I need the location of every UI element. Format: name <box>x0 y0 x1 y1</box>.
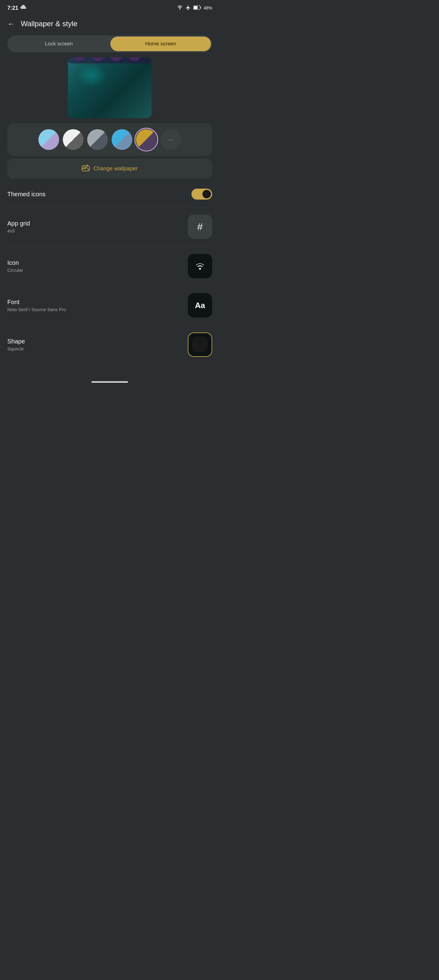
change-wallpaper-label: Change wallpaper <box>93 165 137 172</box>
status-icons: 48% <box>177 5 212 11</box>
phone-icon: 📞 <box>73 57 86 61</box>
toggle-knob <box>203 190 211 198</box>
wallpaper-app-icons: 📞 🌀 ☕ ✦ <box>68 57 152 64</box>
palette-more-button[interactable]: ··· <box>160 129 181 150</box>
icon-style-row[interactable]: Icon Circular <box>7 247 212 286</box>
themed-icons-title: Themed icons <box>7 191 46 198</box>
tab-lock-screen[interactable]: Lock screen <box>8 37 109 51</box>
sparkle-icon: ✦ <box>128 57 141 61</box>
palette-option-5[interactable] <box>136 129 157 150</box>
shape-title: Shape <box>7 338 25 345</box>
battery-percentage: 48% <box>204 5 212 10</box>
wallpaper-preview: 📞 🌀 ☕ ✦ <box>7 57 212 118</box>
status-bar: 7:21 48% <box>0 0 219 14</box>
themed-icons-row: Themed icons <box>7 181 212 207</box>
font-row[interactable]: Font Noto Serif / Source Sans Pro Aa <box>7 286 212 325</box>
font-preview-label: Aa <box>195 301 205 310</box>
change-wallpaper-button[interactable]: Change wallpaper <box>7 159 212 179</box>
app-grid-subtitle: 4x5 <box>7 228 30 234</box>
settings-section: Themed icons App grid 4x5 # Icon Circula… <box>0 181 219 364</box>
app-grid-preview: # <box>188 215 212 239</box>
themed-icons-label: Themed icons <box>7 191 46 198</box>
icon-style-label: Icon Circular <box>7 259 23 273</box>
wifi-icon <box>177 5 183 11</box>
icon-style-title: Icon <box>7 259 23 266</box>
app-grid-title: App grid <box>7 220 30 227</box>
svg-rect-1 <box>200 7 201 8</box>
font-subtitle: Noto Serif / Source Sans Pro <box>7 307 66 312</box>
tab-switcher: Lock screen Home screen <box>7 35 212 52</box>
back-button[interactable]: ← <box>7 19 14 28</box>
palette-option-4[interactable] <box>112 129 132 150</box>
face-icon: 🌀 <box>91 57 105 61</box>
font-preview: Aa <box>188 293 212 318</box>
themed-icons-toggle[interactable] <box>192 189 212 200</box>
nav-pill <box>91 381 128 383</box>
font-title: Font <box>7 299 66 305</box>
palette-option-2[interactable] <box>63 129 83 150</box>
page-title: Wallpaper & style <box>21 19 77 28</box>
svg-rect-2 <box>194 6 198 9</box>
palette-container: ··· <box>7 123 212 156</box>
palette-row: ··· <box>13 129 206 150</box>
header: ← Wallpaper & style <box>0 14 219 33</box>
plane-icon <box>185 5 191 11</box>
wifi-preview-icon <box>194 261 206 271</box>
shape-preview <box>188 332 212 357</box>
tab-home-screen[interactable]: Home screen <box>110 37 211 51</box>
squircle-shape <box>192 337 208 352</box>
palette-option-1[interactable] <box>38 129 59 150</box>
app-grid-label: App grid 4x5 <box>7 220 30 234</box>
icon-preview <box>188 254 212 278</box>
icon-style-subtitle: Circular <box>7 267 23 273</box>
shape-row[interactable]: Shape Squircle <box>7 325 212 364</box>
bottom-nav-bar <box>0 376 219 389</box>
battery-icon <box>193 5 201 11</box>
grid-icon: # <box>197 221 203 232</box>
font-label: Font Noto Serif / Source Sans Pro <box>7 299 66 312</box>
change-wallpaper-icon <box>82 165 89 173</box>
app-grid-row[interactable]: App grid 4x5 # <box>7 207 212 247</box>
shape-label: Shape Squircle <box>7 338 25 352</box>
shape-subtitle: Squircle <box>7 346 25 352</box>
camera-icon: ☕ <box>109 57 123 61</box>
svg-point-5 <box>199 268 201 270</box>
status-time: 7:21 <box>7 5 18 11</box>
palette-option-3[interactable] <box>87 129 108 150</box>
wallpaper-image[interactable]: 📞 🌀 ☕ ✦ <box>68 57 152 118</box>
cloud-icon <box>20 5 27 11</box>
